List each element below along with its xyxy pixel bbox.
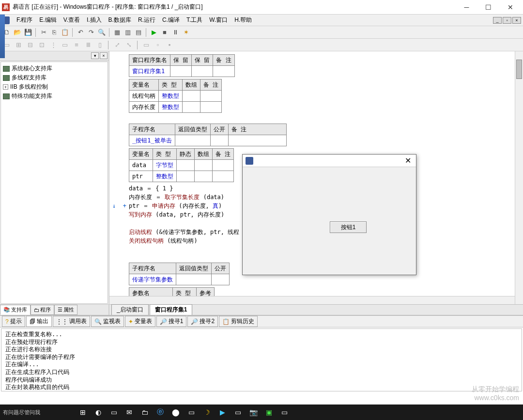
btab-search1[interactable]: 🔎搜寻1 [156, 316, 187, 327]
task-icon[interactable]: ▶ [216, 406, 228, 418]
tool-g-icon[interactable]: ≡ [72, 40, 81, 50]
window-title: 易语言 [正在运行] - Windows窗口程序 - [程序集: 窗口程序集1 … [13, 3, 456, 11]
tool-d-icon[interactable]: ⊡ [37, 40, 46, 50]
stop-icon[interactable]: ■ [160, 28, 169, 37]
var-table-2: 变量名类 型静态数组备 注 data字节型 ptr整数型 [129, 148, 234, 182]
bottom-panel: ?提示 🗐输出 ⋮⋮调用表 🔍监视表 ✦变量表 🔎搜寻1 🔎搜寻2 📋剪辑历史 … [0, 315, 523, 391]
tool-h-icon[interactable]: Ⅲ [83, 40, 93, 50]
tool-j-icon[interactable]: ⤢ [112, 40, 122, 50]
title-bar: 易 易语言 [正在运行] - Windows窗口程序 - [程序集: 窗口程序集… [0, 0, 523, 15]
tool-f-icon[interactable]: ▭ [60, 40, 70, 50]
task-icon[interactable]: ▭ [108, 406, 120, 418]
open-icon[interactable]: 📂 [13, 28, 22, 37]
task-icon[interactable]: 🗀 [139, 406, 151, 418]
task-icon[interactable]: ▣ [263, 406, 275, 418]
menu-db[interactable]: B.数据库 [106, 15, 134, 25]
output-line: 正在预处理现行程序 [5, 339, 518, 346]
tab-startup-window[interactable]: _启动窗口 [111, 304, 149, 315]
expand-icon[interactable]: + [3, 84, 8, 90]
btab-hint[interactable]: ?提示 [2, 316, 25, 327]
task-icon[interactable]: ☽ [201, 406, 213, 418]
minimize-button[interactable]: ─ [456, 0, 477, 14]
panel2-icon[interactable]: ▥ [123, 28, 133, 37]
panel1-icon[interactable]: ▦ [112, 28, 122, 37]
task-icon[interactable]: ▭ [278, 406, 290, 418]
menu-window[interactable]: W.窗口 [206, 15, 231, 25]
sidetab-program[interactable]: 🗀 程序 [31, 305, 54, 315]
tree-item[interactable]: 特殊功能支持库 [3, 92, 106, 101]
menu-view[interactable]: V.查看 [61, 15, 83, 25]
btab-clip[interactable]: 📋剪辑历史 [219, 316, 258, 327]
output-line: 正在检查重复名称... [5, 331, 518, 339]
output-line: 正在生成主程序入口代码 [5, 369, 518, 376]
toolbar-main: 🗋 📂 💾 ✂ ⎘ 📋 ↶ ↷ 🔍 ▦ ▥ ▤ ▶ ■ ⏸ ✶ [0, 26, 523, 39]
task-icon[interactable]: 📷 [247, 406, 259, 418]
close-button[interactable]: ✕ [499, 0, 521, 14]
menu-tools[interactable]: T.工具 [184, 15, 205, 25]
btab-search2[interactable]: 🔎搜寻2 [187, 316, 218, 327]
run-icon[interactable]: ▶ [149, 28, 159, 37]
menu-edit[interactable]: E.编辑 [36, 15, 59, 25]
tool-e-icon[interactable]: ⋮ [48, 40, 58, 50]
btab-vartable[interactable]: ✦变量表 [125, 316, 155, 327]
tab-assembly1[interactable]: 窗口程序集1 [150, 304, 193, 315]
tool-c-icon[interactable]: ⊟ [25, 40, 35, 50]
sidebar: ▾ × 系统核心支持库 多线程支持库 +IIB 多线程控制 特殊功能支持库 📚 … [0, 51, 109, 315]
tool-k-icon[interactable]: ⤡ [124, 40, 134, 50]
side-btn2[interactable]: × [100, 52, 108, 59]
sidetab-properties[interactable]: ☰ 属性 [54, 305, 77, 315]
tool-i-icon[interactable]: ▯ [95, 40, 105, 50]
task-icon[interactable]: ▭ [185, 406, 197, 418]
copy-icon[interactable]: ⎘ [49, 28, 59, 37]
menu-file[interactable]: F.程序 [14, 15, 35, 25]
save-icon[interactable]: 💾 [23, 28, 33, 37]
menu-compile[interactable]: C.编译 [159, 15, 183, 25]
output-line: 程序代码编译成功 [5, 376, 518, 384]
side-btn1[interactable]: ▾ [91, 52, 99, 59]
library-tree[interactable]: 系统核心支持库 多线程支持库 +IIB 多线程控制 特殊功能支持库 [0, 62, 108, 304]
tree-item[interactable]: +IIB 多线程控制 [3, 82, 106, 92]
runtime-window[interactable]: ✕ 按钮1 [242, 154, 416, 275]
menu-help[interactable]: H.帮助 [231, 15, 255, 25]
mdi-restore[interactable]: ▫ [503, 17, 511, 24]
pause-icon[interactable]: ⏸ [170, 28, 180, 37]
output-panel[interactable]: 正在检查重复名称... 正在预处理现行程序 正在进行名称连接 正在统计需要编译的… [1, 328, 522, 391]
sidetab-library[interactable]: 📚 支持库 [0, 305, 31, 315]
tree-item[interactable]: 系统核心支持库 [3, 64, 106, 73]
cut-icon[interactable]: ✂ [39, 28, 48, 37]
tool-m-icon[interactable]: ▫ [153, 40, 163, 50]
output-line: 正在编译... [5, 361, 518, 369]
btab-watch[interactable]: 🔍监视表 [91, 316, 124, 327]
menu-run[interactable]: R.运行 [135, 15, 158, 25]
menu-insert[interactable]: I.插入 [84, 15, 105, 25]
task-icon[interactable]: ⓔ [154, 406, 166, 418]
horizontal-scrollbar[interactable] [109, 296, 515, 304]
redo-icon[interactable]: ↷ [86, 28, 96, 37]
btab-output[interactable]: 🗐输出 [26, 316, 52, 327]
tool-l-icon[interactable]: ▭ [141, 40, 151, 50]
undo-icon[interactable]: ↶ [76, 28, 85, 37]
maximize-button[interactable]: ☐ [477, 0, 499, 14]
mdi-minimize[interactable]: _ [493, 17, 502, 24]
find-icon[interactable]: 🔍 [97, 28, 107, 37]
popup-titlebar[interactable]: ✕ [243, 155, 416, 167]
popup-close-button[interactable]: ✕ [403, 156, 413, 165]
panel3-icon[interactable]: ▤ [134, 28, 143, 37]
task-icon[interactable]: ⊞ [77, 406, 89, 418]
tool-n-icon[interactable]: ▪ [165, 40, 174, 50]
tree-item[interactable]: 多线程支持库 [3, 73, 106, 82]
debug-icon[interactable]: ✶ [181, 28, 191, 37]
vertical-scrollbar[interactable] [515, 51, 523, 304]
button1[interactable]: 按钮1 [330, 221, 367, 233]
task-icon[interactable]: ◐ [92, 406, 104, 418]
output-line: 正在统计需要编译的子程序 [5, 354, 518, 361]
task-icon[interactable]: ▭ [232, 406, 244, 418]
task-icon[interactable]: ⬤ [170, 406, 182, 418]
lib-icon [3, 93, 10, 99]
tool-b-icon[interactable]: ⊞ [14, 40, 23, 50]
mdi-close[interactable]: × [512, 17, 521, 24]
btab-calltable[interactable]: ⋮⋮调用表 [53, 316, 90, 327]
paste-icon[interactable]: 📋 [60, 28, 70, 37]
task-icon[interactable]: ✉ [123, 406, 135, 418]
bottom-tabs: ?提示 🗐输出 ⋮⋮调用表 🔍监视表 ✦变量表 🔎搜寻1 🔎搜寻2 📋剪辑历史 [0, 316, 523, 327]
